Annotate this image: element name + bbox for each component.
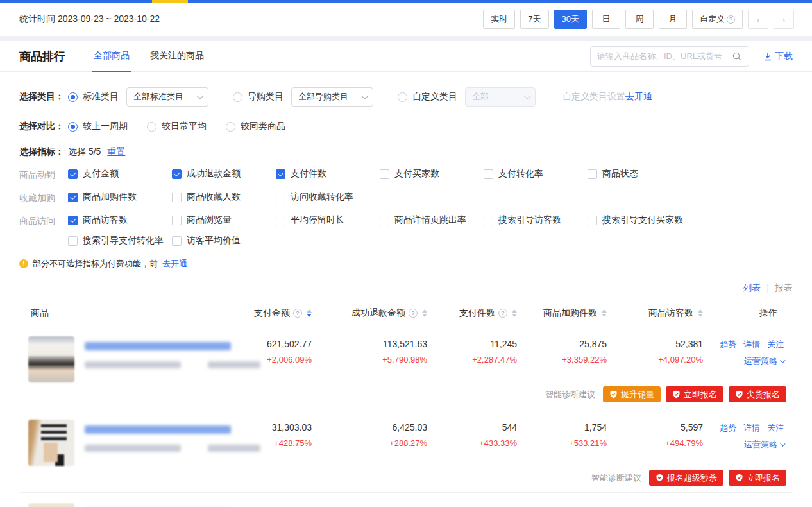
prev-period-button[interactable]: ‹ [748,10,768,29]
actions-cell: 趋势 详情 关注 运营策略 [712,503,793,507]
checkbox[interactable] [68,193,78,202]
view-report-button[interactable]: 报表 [775,282,793,294]
product-image[interactable] [28,503,74,507]
checkbox[interactable] [484,169,493,179]
strategy-dropdown[interactable]: 运营策略 [744,439,784,451]
notice-activate-link[interactable]: 去开通 [162,258,187,270]
follow-link[interactable]: 关注 [767,422,784,434]
product-title-blurred[interactable] [85,425,231,434]
metric-checkbox-item[interactable]: 支付金额 [68,168,172,180]
metric-checkbox-item[interactable]: 商品浏览量 [172,214,276,226]
range-button[interactable]: 日 [592,10,620,29]
product-image[interactable] [28,420,74,466]
activate-link[interactable]: 去开通 [625,91,652,103]
view-list-button[interactable]: 列表 [743,282,761,294]
detail-link[interactable]: 详情 [743,422,760,434]
metric-group-items: 商品访客数 商品浏览量 平均停留时长 [68,214,793,246]
sort-icon[interactable] [422,309,427,317]
checkbox[interactable] [484,216,493,225]
radio-button[interactable] [233,92,242,102]
column-header[interactable]: 商品加购件数 [526,307,616,319]
checkbox[interactable] [276,193,285,202]
range-button[interactable]: 30天 [554,10,587,29]
category-filter-row: 选择类目： 标准类目 全部标准类目 导购类目 [19,87,793,107]
metric-checkbox-item[interactable]: 商品加购件数 [68,191,172,203]
metric-checkbox-item[interactable]: 搜索引导支付转化率 [68,235,172,246]
sort-icon[interactable] [512,309,517,317]
metric-delta: +3,359.22% [526,355,607,365]
metric-checkbox-item[interactable]: 商品访客数 [68,214,172,226]
metric-group-label: 收藏加购 [19,191,68,204]
checkbox[interactable] [588,169,597,179]
sort-icon[interactable] [698,309,703,317]
product-image[interactable] [28,336,74,382]
radio-button[interactable] [68,122,78,132]
checkbox[interactable] [276,216,285,225]
column-header[interactable]: 支付金额 [231,307,321,319]
metric-checkbox-item[interactable]: 支付转化率 [484,168,588,180]
metric-checkbox-item[interactable]: 支付件数 [276,168,380,180]
range-button[interactable]: 7天 [520,10,548,29]
trend-link[interactable]: 趋势 [720,339,736,350]
range-button[interactable]: 周 [625,10,654,29]
column-header[interactable]: 成功退款金额 [321,307,436,319]
range-button[interactable]: 实时 [483,10,515,29]
category-select[interactable]: 全部标准类目 [126,87,208,107]
metric-checkbox-item[interactable]: 搜索引导访客数 [484,214,588,226]
chevron-down-icon [780,357,785,363]
checkbox[interactable] [276,169,285,179]
product-title-blurred[interactable] [85,342,231,350]
metric-checkbox-item[interactable]: 访客平均价值 [172,235,276,246]
metric-checkbox-item[interactable]: 商品收藏人数 [172,191,276,203]
search-input[interactable] [597,51,732,61]
tab[interactable]: 我关注的商品 [149,41,205,72]
metric-checkbox-item[interactable]: 商品详情页跳出率 [380,214,484,226]
column-header[interactable]: 商品访客数 [616,307,712,319]
column-header[interactable]: 支付件数 [436,307,526,319]
metric-checkbox-item[interactable]: 商品状态 [588,168,691,180]
checkbox[interactable] [68,169,78,179]
radio-button[interactable] [398,92,407,102]
strategy-dropdown[interactable]: 运营策略 [744,356,784,367]
promo-badge-button[interactable]: 立即报名 [729,470,786,486]
checkbox[interactable] [68,216,78,225]
range-button[interactable]: 月 [659,10,687,29]
radio-button[interactable] [226,122,235,132]
sort-icon[interactable] [602,309,607,317]
metrics-filter-row: 选择指标： 选择 5/5 重置 [19,146,793,158]
checkbox[interactable] [172,193,182,202]
checkbox[interactable] [68,236,78,246]
promo-badge-button[interactable]: 报名超级秒杀 [649,470,723,486]
promo-badge-button[interactable]: 尖货报名 [729,386,786,402]
checkbox[interactable] [380,216,389,225]
category-select[interactable]: 全部导购类目 [291,87,373,107]
promo-badge-button[interactable]: 提升销量 [603,386,661,402]
reset-link[interactable]: 重置 [107,146,125,158]
metric-checkbox-item[interactable]: 平均停留时长 [276,214,380,226]
promo-badge-button[interactable]: 立即报名 [666,386,723,402]
radio-button[interactable] [68,92,78,102]
radio-button[interactable] [147,122,156,132]
checkbox[interactable] [380,169,389,179]
metric-checkbox-item[interactable]: 搜索引导支付买家数 [588,214,691,226]
metric-checkbox-item[interactable]: 成功退款金额 [172,168,276,180]
table-row: 30,648.50 +518.29% 6,096.87 +1,066.98% [19,493,793,507]
checkbox[interactable] [172,169,182,179]
trend-link[interactable]: 趋势 [720,422,736,434]
metric-checkbox-item[interactable]: 支付买家数 [380,168,484,180]
search-icon[interactable] [732,51,742,62]
follow-link[interactable]: 关注 [767,339,784,350]
checkbox[interactable] [172,216,182,225]
download-button[interactable]: 下载 [763,51,793,62]
checkbox[interactable] [588,216,597,225]
sort-icon[interactable] [307,309,312,317]
action-links: 趋势 详情 关注 [720,422,784,434]
range-button[interactable]: 自定义 [692,10,743,29]
action-links: 趋势 详情 关注 [720,339,784,350]
checkbox[interactable] [172,236,182,246]
next-period-button[interactable]: › [774,10,794,29]
metric-checkbox-item[interactable]: 访问收藏转化率 [276,191,380,203]
category-select[interactable]: 全部 [465,87,536,107]
tab[interactable]: 全部商品 [92,41,131,72]
detail-link[interactable]: 详情 [743,339,760,350]
